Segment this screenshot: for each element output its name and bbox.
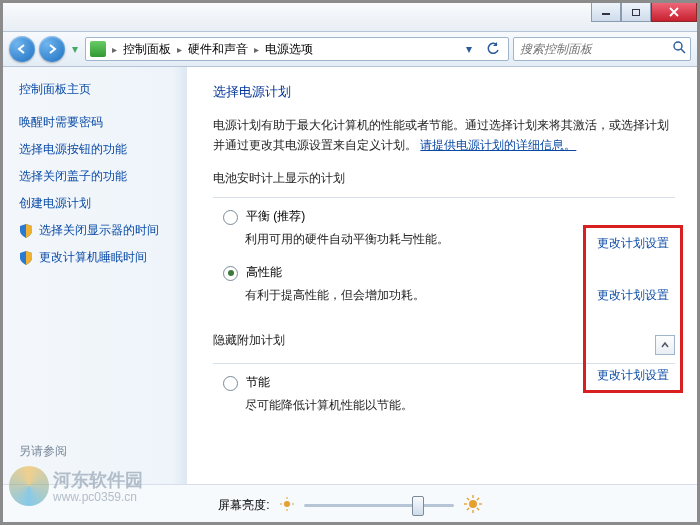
brightness-bar: 屏幕亮度: [3, 484, 697, 525]
svg-line-13 [467, 508, 469, 510]
svg-line-14 [477, 498, 479, 500]
breadcrumb[interactable]: ▸ 控制面板 ▸ 硬件和声音 ▸ 电源选项 ▾ [85, 37, 509, 61]
sidebar-link-create-plan[interactable]: 创建电源计划 [19, 195, 177, 212]
see-also-label: 另请参阅 [19, 443, 67, 460]
forward-button[interactable] [39, 36, 65, 62]
change-plan-link[interactable]: 更改计划设置 [597, 287, 669, 304]
svg-line-11 [467, 498, 469, 500]
svg-line-12 [477, 508, 479, 510]
divider [213, 363, 675, 364]
minimize-button[interactable] [591, 3, 621, 22]
more-info-link[interactable]: 请提供电源计划的详细信息。 [420, 138, 576, 152]
content: 选择电源计划 电源计划有助于最大化计算机的性能或者节能。通过选择计划来将其激活，… [187, 67, 697, 484]
close-button[interactable] [651, 3, 697, 22]
slider-thumb[interactable] [412, 496, 424, 516]
change-plan-link[interactable]: 更改计划设置 [597, 235, 669, 252]
history-dropdown-icon[interactable]: ▾ [69, 38, 81, 60]
chevron-right-icon: ▸ [108, 44, 121, 55]
breadcrumb-item[interactable]: 硬件和声音 [188, 41, 248, 58]
radio-balanced[interactable] [223, 210, 238, 225]
search-input[interactable] [518, 41, 673, 57]
breadcrumb-item[interactable]: 控制面板 [123, 41, 171, 58]
plan-name-power-saver: 节能 [246, 374, 270, 391]
shield-icon [19, 251, 33, 265]
search-icon[interactable] [673, 41, 686, 57]
brightness-low-icon [280, 497, 294, 514]
description: 电源计划有助于最大化计算机的性能或者节能。通过选择计划来将其激活，或选择计划并通… [213, 115, 675, 156]
svg-point-0 [674, 42, 682, 50]
sidebar-link-sleep[interactable]: 更改计算机睡眠时间 [19, 249, 177, 266]
brightness-label: 屏幕亮度: [218, 497, 269, 514]
sidebar-link-display-off[interactable]: 选择关闭显示器的时间 [19, 222, 177, 239]
section-hidden-plans: 隐藏附加计划 [213, 332, 285, 349]
brightness-slider[interactable] [304, 504, 454, 507]
sidebar-link-lid[interactable]: 选择关闭盖子的功能 [19, 168, 177, 185]
radio-high-performance[interactable] [223, 266, 238, 281]
control-panel-home-link[interactable]: 控制面板主页 [19, 81, 177, 98]
dropdown-icon[interactable]: ▾ [458, 38, 480, 60]
chevron-right-icon: ▸ [250, 44, 263, 55]
chevron-right-icon: ▸ [173, 44, 186, 55]
plan-name-high-performance: 高性能 [246, 264, 282, 281]
brightness-high-icon [464, 495, 482, 516]
plan-name-balanced: 平衡 (推荐) [246, 208, 305, 225]
maximize-button[interactable] [621, 3, 651, 22]
radio-power-saver[interactable] [223, 376, 238, 391]
plan-desc-power-saver: 尽可能降低计算机性能以节能。 [245, 397, 675, 414]
control-panel-icon [90, 41, 106, 57]
sidebar-link-power-button[interactable]: 选择电源按钮的功能 [19, 141, 177, 158]
titlebar [3, 3, 697, 32]
shield-icon [19, 224, 33, 238]
navbar: ▾ ▸ 控制面板 ▸ 硬件和声音 ▸ 电源选项 ▾ [3, 32, 697, 67]
search-box[interactable] [513, 37, 691, 61]
refresh-icon[interactable] [482, 38, 504, 60]
sidebar-link-password[interactable]: 唤醒时需要密码 [19, 114, 177, 131]
page-title: 选择电源计划 [213, 83, 675, 101]
svg-point-1 [284, 501, 290, 507]
divider [213, 197, 675, 198]
change-plan-link[interactable]: 更改计划设置 [597, 367, 669, 384]
svg-point-6 [469, 500, 477, 508]
section-shown-plans: 电池安时计上显示的计划 [213, 170, 675, 187]
sidebar: 控制面板主页 唤醒时需要密码 选择电源按钮的功能 选择关闭盖子的功能 创建电源计… [3, 67, 187, 484]
collapse-button[interactable] [655, 335, 675, 355]
back-button[interactable] [9, 36, 35, 62]
breadcrumb-item[interactable]: 电源选项 [265, 41, 313, 58]
